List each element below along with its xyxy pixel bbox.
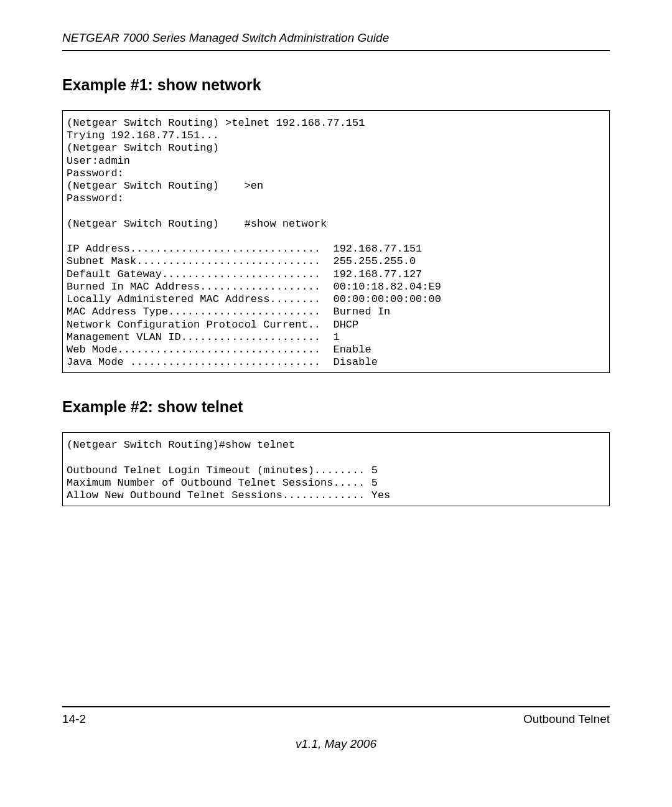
footer-version: v1.1, May 2006 [62,737,610,751]
example2-code-block: (Netgear Switch Routing)#show telnet Out… [62,432,610,506]
example1-heading: Example #1: show network [62,76,610,94]
header-title: NETGEAR 7000 Series Managed Switch Admin… [62,31,610,45]
page-header: NETGEAR 7000 Series Managed Switch Admin… [62,31,610,51]
example2-heading: Example #2: show telnet [62,398,610,416]
page-footer: 14-2 Outbound Telnet v1.1, May 2006 [62,706,610,751]
page-container: NETGEAR 7000 Series Managed Switch Admin… [0,0,672,807]
example1-code-block: (Netgear Switch Routing) >telnet 192.168… [62,110,610,373]
footer-page-number: 14-2 [62,712,86,726]
footer-section-name: Outbound Telnet [523,712,610,726]
footer-rule [62,706,610,707]
footer-row: 14-2 Outbound Telnet [62,712,610,726]
header-rule [62,50,610,51]
